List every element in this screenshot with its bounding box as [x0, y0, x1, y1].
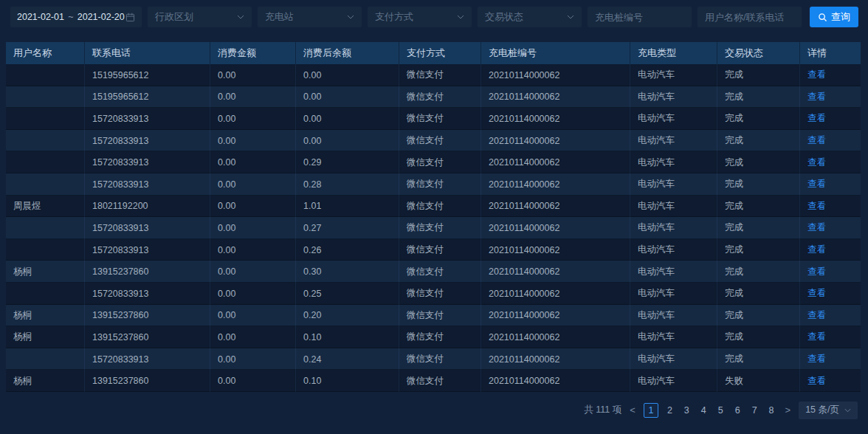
cell-balance: 0.26	[296, 239, 399, 261]
cell-pile-number: 20210114000062	[481, 64, 630, 86]
detail-link[interactable]: 查看	[807, 156, 826, 169]
detail-link[interactable]: 查看	[807, 309, 826, 322]
table-header: 用户名称 联系电话 消费金额 消费后余额 支付方式 充电桩编号 充电类型 交易状…	[6, 42, 861, 64]
cell-charge-type: 电动汽车	[630, 283, 717, 305]
table-row: 15720833913 0.00 0.00 微信支付 2021011400006…	[6, 130, 861, 152]
cell-charge-type: 电动汽车	[630, 370, 717, 392]
detail-link[interactable]: 查看	[807, 331, 826, 343]
page-number-button[interactable]: 4	[698, 403, 709, 418]
table-row: 15720833913 0.00 0.25 微信支付 2021011400006…	[6, 283, 861, 305]
prev-page-button[interactable]: <	[627, 403, 638, 418]
cell-phone: 13915237860	[85, 370, 210, 392]
detail-link[interactable]: 查看	[807, 287, 826, 300]
table-row: 杨桐 13915237860 0.00 0.20 微信支付 2021011400…	[6, 305, 861, 327]
detail-link[interactable]: 查看	[807, 112, 826, 125]
detail-link[interactable]: 查看	[807, 178, 826, 190]
pagination: 共 111 项 < 12345678 > 15 条/页	[0, 402, 858, 419]
pile-number-input[interactable]	[588, 7, 692, 27]
cell-phone: 13915237860	[85, 261, 210, 283]
detail-link[interactable]: 查看	[807, 221, 826, 234]
page-number-button[interactable]: 7	[749, 403, 760, 418]
cell-charge-type: 电动汽车	[630, 130, 717, 152]
cell-charge-type: 电动汽车	[630, 108, 717, 130]
cell-phone: 13915237860	[85, 305, 210, 327]
status-select[interactable]: 交易状态	[478, 7, 582, 27]
cell-user-name	[6, 64, 85, 86]
cell-status: 失败	[717, 370, 800, 392]
cell-pile-number: 20210114000062	[481, 173, 630, 196]
page-number-button[interactable]: 5	[715, 403, 726, 418]
region-select[interactable]: 行政区划	[148, 7, 252, 27]
cell-user-name	[6, 348, 85, 371]
user-search-input[interactable]	[698, 7, 802, 27]
cell-pile-number: 20210114000062	[481, 86, 630, 108]
cell-pile-number: 20210114000062	[481, 151, 630, 173]
next-page-button[interactable]: >	[783, 403, 793, 418]
cell-pile-number: 20210114000062	[481, 239, 630, 261]
cell-user-name	[6, 173, 85, 196]
cell-phone: 15720833913	[85, 151, 210, 173]
cell-amount: 0.00	[210, 151, 296, 173]
cell-balance: 0.00	[296, 130, 399, 152]
detail-link[interactable]: 查看	[807, 69, 826, 81]
detail-link[interactable]: 查看	[807, 244, 826, 256]
cell-charge-type: 电动汽车	[630, 348, 717, 371]
table-body: 15195965612 0.00 0.00 微信支付 2021011400006…	[6, 64, 861, 392]
cell-charge-type: 电动汽车	[630, 326, 717, 348]
cell-payment: 微信支付	[399, 173, 481, 196]
page-number-button[interactable]: 2	[664, 403, 675, 418]
cell-status: 完成	[717, 64, 800, 86]
search-button-label: 查询	[831, 10, 850, 24]
detail-link[interactable]: 查看	[807, 375, 826, 388]
detail-link[interactable]: 查看	[807, 91, 826, 103]
table-row: 15195965612 0.00 0.00 微信支付 2021011400006…	[6, 64, 861, 86]
detail-link[interactable]: 查看	[807, 134, 826, 147]
cell-status: 完成	[717, 326, 800, 348]
cell-amount: 0.00	[210, 130, 296, 152]
cell-amount: 0.00	[210, 196, 296, 218]
date-start[interactable]: 2021-02-01	[17, 12, 64, 22]
table-row: 15720833913 0.00 0.28 微信支付 2021011400006…	[6, 173, 861, 196]
search-button[interactable]: 查询	[810, 7, 858, 27]
detail-link[interactable]: 查看	[807, 200, 826, 213]
calendar-icon[interactable]	[125, 13, 135, 22]
detail-link[interactable]: 查看	[807, 266, 826, 278]
cell-amount: 0.00	[210, 261, 296, 283]
table-row: 15720833913 0.00 0.26 微信支付 2021011400006…	[6, 239, 861, 261]
cell-status: 完成	[717, 130, 800, 152]
cell-phone: 18021192200	[85, 196, 210, 218]
cell-payment: 微信支付	[399, 108, 481, 130]
cell-user-name: 杨桐	[6, 370, 85, 392]
table-row: 15720833913 0.00 0.00 微信支付 2021011400006…	[6, 108, 861, 130]
table-row: 15720833913 0.00 0.24 微信支付 2021011400006…	[6, 348, 861, 371]
detail-link[interactable]: 查看	[807, 353, 826, 365]
total-count: 共 111 项	[584, 404, 621, 416]
page-size-select[interactable]: 15 条/页	[799, 402, 858, 419]
table-row: 15195965612 0.00 0.00 微信支付 2021011400006…	[6, 86, 861, 108]
payment-select[interactable]: 支付方式	[368, 7, 472, 27]
cell-phone: 15720833913	[85, 130, 210, 152]
page-number-button[interactable]: 3	[681, 403, 692, 418]
cell-phone: 15720833913	[85, 283, 210, 305]
cell-user-name: 周晨煜	[6, 196, 85, 218]
station-select-placeholder: 充电站	[265, 10, 294, 24]
cell-amount: 0.00	[210, 305, 296, 327]
cell-status: 完成	[717, 239, 800, 261]
date-range-picker[interactable]: 2021-02-01 ~ 2021-02-20	[10, 7, 142, 27]
cell-balance: 0.00	[296, 86, 399, 108]
cell-phone: 15720833913	[85, 108, 210, 130]
cell-amount: 0.00	[210, 64, 296, 86]
page-number-button[interactable]: 6	[732, 403, 743, 418]
chevron-down-icon	[457, 15, 464, 19]
cell-payment: 微信支付	[399, 130, 481, 152]
date-end[interactable]: 2021-02-20	[78, 12, 125, 22]
cell-balance: 0.24	[296, 348, 399, 371]
cell-balance: 0.00	[296, 108, 399, 130]
cell-phone: 15195965612	[85, 86, 210, 108]
status-select-placeholder: 交易状态	[485, 10, 523, 24]
cell-amount: 0.00	[210, 326, 296, 348]
page-number-button[interactable]: 1	[644, 403, 658, 418]
station-select[interactable]: 充电站	[258, 7, 362, 27]
cell-pile-number: 20210114000062	[481, 217, 630, 239]
page-number-button[interactable]: 8	[766, 403, 777, 418]
